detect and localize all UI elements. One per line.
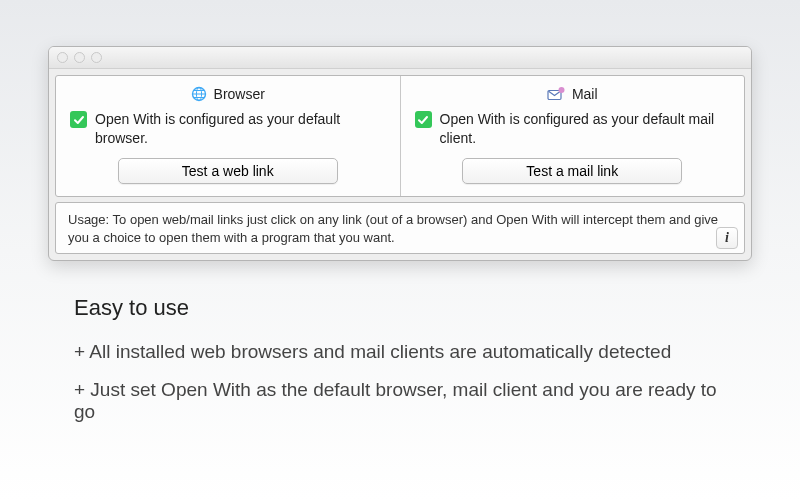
mail-status-text: Open With is configured as your default … [440, 110, 731, 148]
close-icon[interactable] [57, 52, 68, 63]
mail-icon [547, 87, 565, 101]
marketing-feature-1: + All installed web browsers and mail cl… [74, 341, 726, 363]
check-icon [415, 111, 432, 128]
preferences-window: Browser Open With is configured as your … [48, 46, 752, 261]
mail-panel: Mail Open With is configured as your def… [400, 76, 745, 196]
marketing-section: Easy to use + All installed web browsers… [48, 261, 752, 423]
marketing-feature-2: + Just set Open With as the default brow… [74, 379, 726, 423]
window-content: Browser Open With is configured as your … [49, 69, 751, 260]
info-button[interactable]: i [716, 227, 738, 249]
minimize-icon[interactable] [74, 52, 85, 63]
browser-title: Browser [214, 86, 265, 102]
browser-panel: Browser Open With is configured as your … [56, 76, 400, 196]
mail-title: Mail [572, 86, 598, 102]
zoom-icon[interactable] [91, 52, 102, 63]
mail-status: Open With is configured as your default … [415, 108, 731, 158]
browser-status: Open With is configured as your default … [70, 108, 386, 158]
usage-text-row: Usage: To open web/mail links just click… [55, 202, 745, 254]
globe-icon [191, 86, 207, 102]
svg-point-6 [558, 87, 564, 93]
window-titlebar [49, 47, 751, 69]
marketing-headline: Easy to use [74, 295, 726, 321]
test-web-link-button[interactable]: Test a web link [118, 158, 338, 184]
usage-text: Usage: To open web/mail links just click… [68, 212, 718, 245]
test-mail-link-button[interactable]: Test a mail link [462, 158, 682, 184]
browser-status-text: Open With is configured as your default … [95, 110, 386, 148]
check-icon [70, 111, 87, 128]
